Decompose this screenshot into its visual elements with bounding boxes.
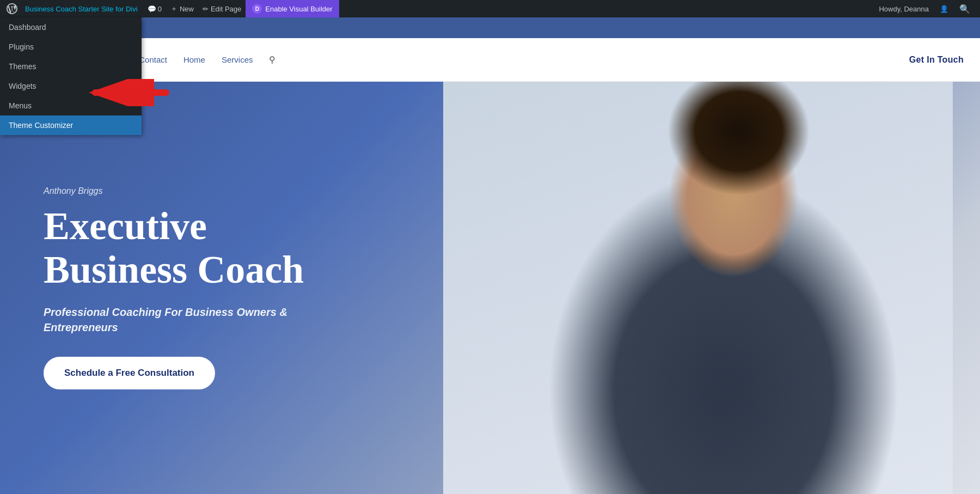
search-icon-admin[interactable]: 🔍 bbox=[954, 4, 976, 14]
hero-section: Anthony Briggs Executive Business Coach … bbox=[0, 82, 980, 494]
dropdown-item-themes[interactable]: Themes bbox=[0, 57, 142, 76]
new-button[interactable]: ＋ New bbox=[166, 4, 198, 14]
hero-subtitle: Professional Coaching For Business Owner… bbox=[44, 304, 338, 335]
nav-link-services[interactable]: Services bbox=[222, 55, 253, 64]
comment-icon: 💬 bbox=[148, 5, 156, 13]
top-bar: hello@divibusiness.com bbox=[0, 17, 980, 38]
dropdown-item-theme-customizer[interactable]: Theme Customizer bbox=[0, 115, 142, 135]
nav-link-contact[interactable]: Contact bbox=[139, 55, 167, 64]
visual-builder-avatar: D bbox=[252, 4, 262, 14]
hero-author: Anthony Briggs bbox=[44, 186, 338, 196]
site-nav: About Blog Contact Home Services ⚲ bbox=[69, 54, 909, 65]
wp-logo[interactable] bbox=[4, 0, 20, 17]
admin-bar: Business Coach Starter Site for Divi 💬 0… bbox=[0, 0, 980, 17]
admin-bar-right: Howdy, Deanna 👤 🔍 bbox=[873, 0, 976, 17]
visual-builder-button[interactable]: D Enable Visual Builder bbox=[246, 0, 339, 17]
comments-button[interactable]: 💬 0 bbox=[143, 5, 166, 13]
dropdown-item-widgets[interactable]: Widgets bbox=[0, 76, 142, 96]
user-avatar-admin[interactable]: 👤 bbox=[934, 0, 954, 17]
plus-icon: ＋ bbox=[170, 4, 177, 14]
site-name[interactable]: Business Coach Starter Site for Divi bbox=[20, 5, 143, 13]
hero-title: Executive Business Coach bbox=[44, 205, 338, 291]
nav-cta-button[interactable]: Get In Touch bbox=[909, 55, 964, 65]
pencil-icon: ✏ bbox=[203, 5, 209, 13]
hero-cta-button[interactable]: Schedule a Free Consultation bbox=[44, 357, 215, 389]
appearance-dropdown: Dashboard Plugins Themes Widgets Menus T… bbox=[0, 17, 142, 135]
dropdown-item-dashboard[interactable]: Dashboard bbox=[0, 17, 142, 37]
dropdown-item-menus[interactable]: Menus bbox=[0, 96, 142, 115]
nav-search-icon[interactable]: ⚲ bbox=[269, 54, 275, 65]
dropdown-item-plugins[interactable]: Plugins bbox=[0, 37, 142, 57]
nav-link-home[interactable]: Home bbox=[183, 55, 205, 64]
edit-page-button[interactable]: ✏ Edit Page bbox=[198, 5, 246, 13]
hero-person-image bbox=[443, 82, 953, 494]
hero-content: Anthony Briggs Executive Business Coach … bbox=[0, 186, 381, 389]
howdy-text: Howdy, Deanna bbox=[873, 5, 934, 13]
site-header: D About Blog Contact Home Services ⚲ Get… bbox=[0, 38, 980, 82]
